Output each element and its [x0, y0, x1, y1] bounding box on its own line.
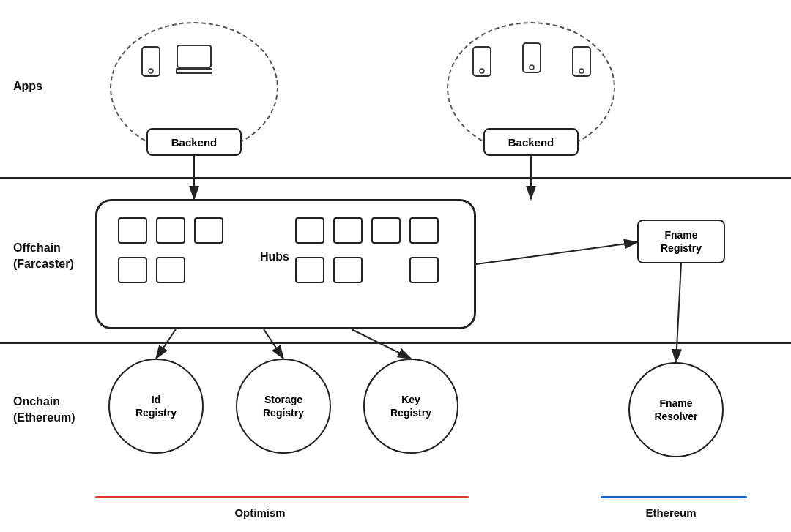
- storage-registry: Storage Registry: [236, 359, 331, 454]
- hub-node-12: [409, 257, 439, 283]
- svg-rect-8: [523, 43, 541, 72]
- fname-registry: Fname Registry: [637, 220, 725, 263]
- phone-icon-right-3: [571, 45, 592, 79]
- hub-node-11: [333, 257, 363, 283]
- phone-icon-right-1: [472, 45, 492, 79]
- svg-rect-3: [177, 45, 211, 67]
- laptop-icon: [176, 44, 212, 75]
- hub-node-3: [194, 217, 223, 244]
- apps-label: Apps: [13, 79, 42, 94]
- ethereum-line: [601, 496, 747, 498]
- divider-2: [0, 342, 791, 344]
- hub-node-1: [118, 217, 147, 244]
- svg-rect-4: [176, 69, 212, 73]
- hub-node-9: [156, 257, 185, 283]
- diagram-container: Apps Offchain (Farcaster) Onchain (Ether…: [0, 0, 791, 532]
- hub-node-8: [118, 257, 147, 283]
- hub-node-5: [333, 217, 363, 244]
- hubs-label: Hubs: [260, 250, 289, 263]
- optimism-line: [95, 496, 469, 498]
- hub-node-2: [156, 217, 185, 244]
- key-registry: Key Registry: [363, 359, 458, 454]
- offchain-label: Offchain (Farcaster): [13, 240, 74, 273]
- onchain-label: Onchain (Ethereum): [13, 394, 75, 427]
- phone-icon-left: [141, 45, 161, 79]
- hub-node-6: [371, 217, 401, 244]
- phone-icon-right-2: [521, 42, 542, 75]
- backend-left: Backend: [146, 128, 242, 156]
- ethereum-label: Ethereum: [627, 506, 715, 519]
- hub-node-7: [409, 217, 439, 244]
- hub-node-10: [295, 257, 324, 283]
- optimism-label: Optimism: [216, 506, 304, 519]
- svg-rect-6: [473, 47, 491, 76]
- svg-rect-1: [142, 47, 160, 76]
- id-registry: Id Registry: [108, 359, 204, 454]
- fname-resolver: Fname Resolver: [628, 362, 724, 457]
- hub-node-4: [295, 217, 324, 244]
- hubs-box: [95, 199, 476, 329]
- backend-right: Backend: [483, 128, 579, 156]
- svg-rect-10: [573, 47, 590, 76]
- divider-1: [0, 177, 791, 179]
